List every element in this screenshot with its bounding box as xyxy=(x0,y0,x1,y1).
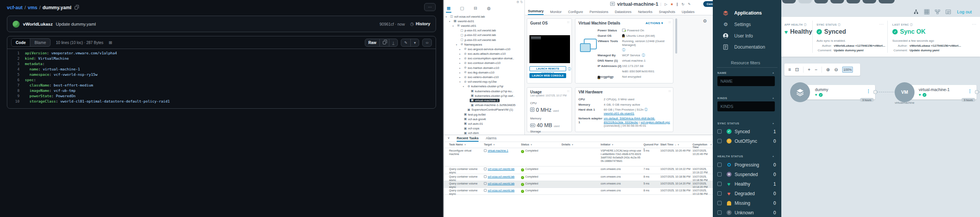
task-row[interactable]: Query container volume async vcf-vcsa.vc… xyxy=(444,181,714,188)
task-column-header[interactable]: Completion Time↓▾ xyxy=(693,143,712,148)
edit-button[interactable]: ✎ xyxy=(401,39,410,46)
tree-item[interactable]: kubernetes-cluster-p7qr-swf.. xyxy=(444,93,524,98)
filter-icon[interactable]: ▾ xyxy=(464,143,466,146)
vm-tab[interactable]: Configure xyxy=(568,10,583,15)
line-number[interactable]: 3 xyxy=(7,61,25,67)
tree-item[interactable]: ▾ vworld-cl01 xyxy=(444,23,524,28)
tree-item[interactable]: ▸ svc-auto-attach-domain-c10 xyxy=(444,52,524,56)
vm-tab[interactable]: Networks xyxy=(638,10,653,15)
tree-item[interactable]: vcf-aut-gnn4t xyxy=(444,117,524,121)
app-toolbar-button[interactable] xyxy=(814,0,828,3)
tree-expand-caret[interactable]: ▸ xyxy=(459,67,463,69)
tree-item[interactable]: test-pg-kv5kt xyxy=(444,112,524,117)
vpc-link[interactable]: vcf-region-default-vpc xyxy=(640,121,670,124)
sidebar-item-settings[interactable]: ⚙Settings xyxy=(723,21,751,27)
fit-view-icon[interactable]: ⊡ xyxy=(795,67,799,72)
filter-option[interactable]: Healthy 1 xyxy=(713,179,781,189)
info-icon[interactable]: ⓘ xyxy=(910,23,913,26)
last-sync-more-button[interactable]: ··· xyxy=(972,22,977,26)
line-number[interactable]: 1 xyxy=(7,51,25,56)
app-toolbar-button[interactable] xyxy=(782,0,796,3)
vm-tab[interactable]: Updates xyxy=(682,10,695,15)
tree-item[interactable]: vcf-avin-01 xyxy=(444,121,524,126)
tree-expand-caret[interactable]: ▾ xyxy=(459,80,463,83)
checkbox[interactable] xyxy=(717,172,722,176)
power-on-icon[interactable]: ▷ xyxy=(665,2,667,6)
content-scrollbar[interactable] xyxy=(675,18,677,54)
checkbox[interactable] xyxy=(717,129,722,134)
collapse-pane-icon[interactable]: ∨ xyxy=(448,136,450,140)
vms-templates-tab-icon[interactable]: ▢ xyxy=(459,6,465,13)
info-icon[interactable]: ⓘ xyxy=(838,23,841,26)
page-more-button[interactable]: ··· xyxy=(424,3,436,11)
tree-item[interactable]: ▾ vcf-vcsa.vcf.vworld.lab xyxy=(444,14,524,19)
filter-icon[interactable]: ▾ xyxy=(710,143,712,148)
drag-handle-icon[interactable]: ∷ xyxy=(567,90,569,93)
filter-option[interactable]: Suspended 0 xyxy=(713,170,781,179)
app-node-avatar[interactable] xyxy=(790,82,810,102)
vm-tab[interactable]: Monitor xyxy=(550,10,562,15)
tree-expand-caret[interactable]: ▸ xyxy=(459,57,463,60)
sidebar-item-documentation[interactable]: Documentation xyxy=(723,44,765,50)
app-toolbar-button[interactable] xyxy=(862,0,876,3)
tree-expand-caret[interactable]: ▸ xyxy=(459,52,463,55)
info-icon[interactable]: ⓘ xyxy=(622,48,625,52)
sidebar-item-user-info[interactable]: User Info xyxy=(723,33,753,39)
task-column-header[interactable]: Status↓▾ xyxy=(521,143,532,146)
filter-option[interactable]: Progressing 0 xyxy=(713,160,781,170)
tree-expand-caret[interactable]: ▾ xyxy=(463,85,466,88)
info-icon[interactable]: ⓘ xyxy=(644,108,647,111)
zoom-in-button[interactable]: + xyxy=(808,67,810,72)
checkbox[interactable] xyxy=(717,182,722,186)
tree-expand-caret[interactable]: ▸ xyxy=(459,76,463,78)
drag-handle-icon[interactable]: ∷ xyxy=(669,21,671,24)
line-number[interactable]: 4 xyxy=(7,67,25,72)
tree-expand-caret[interactable]: ▾ xyxy=(449,20,452,23)
tree-expand-caret[interactable]: ▾ xyxy=(446,15,449,18)
vm-tab[interactable]: Datastores xyxy=(615,10,632,15)
breadcrumb-folder-link[interactable]: vms xyxy=(28,5,37,10)
checkbox[interactable] xyxy=(717,201,722,205)
tree-item[interactable]: SupervisorControlPlaneVM (1) xyxy=(444,108,524,112)
tree-expand-caret[interactable]: ▸ xyxy=(459,62,463,64)
gear-icon[interactable]: ⚙ xyxy=(516,0,520,4)
details-actions-menu[interactable]: ACTIONS ▾ xyxy=(645,21,663,25)
collapse-edge-button[interactable]: − xyxy=(874,90,877,94)
networking-tab-icon[interactable]: ◍ xyxy=(486,6,492,13)
tree-item[interactable]: ▸ svc-contour-domain-c10 xyxy=(444,61,524,65)
datastore-link[interactable]: vworld-cl01-ds-vsan01 xyxy=(604,112,634,115)
line-number[interactable]: 9 xyxy=(7,93,25,99)
tree-item[interactable]: ▸ svc-harbor-domain-c10 xyxy=(444,65,524,70)
alarms-tab[interactable]: Alarms xyxy=(486,136,497,140)
filter-icon[interactable]: ▾ xyxy=(572,143,573,146)
drag-handle-icon[interactable]: ∷ xyxy=(669,90,671,93)
line-number[interactable]: 6 xyxy=(7,77,25,83)
app-toolbar-button[interactable] xyxy=(879,0,895,3)
commit-hash[interactable]: 90961cf · now xyxy=(380,22,405,26)
task-row[interactable]: Query container volume async vcf-vcsa.vc… xyxy=(444,188,714,195)
checkbox[interactable] xyxy=(717,139,722,143)
filter-icon[interactable]: ▾ xyxy=(493,143,495,146)
tree-item[interactable]: ▸ svc-tkg-domain-c10 xyxy=(444,70,524,75)
task-row[interactable]: Query container volume async vcf-vcsa.vc… xyxy=(444,166,714,174)
tab-code[interactable]: Code xyxy=(11,39,30,46)
launch-web-console-button[interactable]: LAUNCH WEB CONSOLE xyxy=(529,73,566,78)
tree-item[interactable]: vcf-dsm xyxy=(444,131,524,135)
vm-tab[interactable]: Summary xyxy=(528,9,544,15)
logout-link[interactable]: Log out xyxy=(957,10,972,14)
task-column-header[interactable]: Initiator↓▾ xyxy=(601,143,613,146)
checkbox[interactable] xyxy=(717,210,722,215)
copy-path-icon[interactable] xyxy=(75,6,78,10)
info-icon[interactable]: ⓘ xyxy=(642,54,645,57)
tree-expand-caret[interactable]: ▸ xyxy=(459,48,463,51)
filter-option[interactable]: Unknown 0 xyxy=(713,208,781,217)
vm-tab[interactable]: Snapshots xyxy=(659,10,675,15)
zoom-out-button[interactable]: − xyxy=(815,67,817,72)
commit-author-link[interactable]: vWorldLukasz xyxy=(23,22,53,26)
app-toolbar-button[interactable] xyxy=(846,0,860,3)
filter-icon[interactable]: ▾ xyxy=(678,143,679,146)
launch-remote-console-button[interactable]: LAUNCH REMOTE CONSOLE xyxy=(529,66,566,71)
vm-node-virtual-machine-1[interactable]: virtual-machine-1 ♥✓ ⋮ − 9 hours xyxy=(905,85,977,100)
collapse-section-icon[interactable]: ▴ xyxy=(773,122,774,125)
app-toolbar-button[interactable] xyxy=(830,0,844,3)
